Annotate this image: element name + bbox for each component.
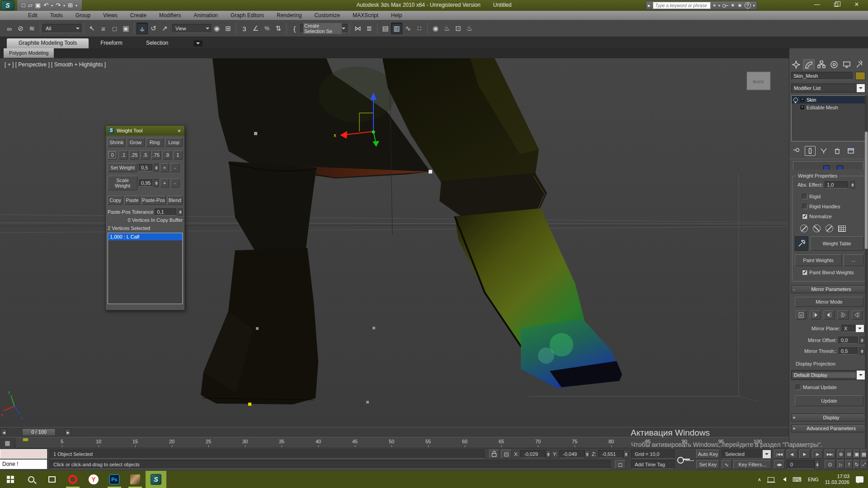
named-selection-sets-icon[interactable]: {: [289, 23, 300, 34]
communication-center-icon[interactable]: ✶: [731, 2, 735, 9]
z-coordinate-field[interactable]: -0,551: [598, 450, 623, 458]
modifier-list-dropdown[interactable]: Modifier List: [791, 84, 865, 93]
curve-editor-icon[interactable]: ∿: [402, 23, 414, 34]
favorites-star-icon[interactable]: ★: [737, 2, 742, 9]
tab-create-icon[interactable]: [790, 59, 802, 70]
render-production-icon[interactable]: ♨: [464, 23, 475, 34]
weight-minus-button[interactable]: -: [170, 163, 179, 172]
align-icon[interactable]: ≣: [363, 23, 375, 34]
weight-preset-09-button[interactable]: .9: [162, 150, 172, 160]
mirror-icon[interactable]: ⋈: [352, 23, 363, 34]
window-crossing-icon[interactable]: ▣: [120, 23, 132, 34]
y-spinner[interactable]: [585, 450, 590, 458]
speaker-icon[interactable]: [781, 477, 786, 482]
menu-customize[interactable]: Customize: [308, 11, 346, 20]
menu-create[interactable]: Create: [124, 11, 153, 20]
scale-weight-field[interactable]: 0,95: [139, 179, 152, 187]
tab-hierarchy-icon[interactable]: [816, 59, 827, 70]
search-options-dropdown-icon[interactable]: ▾: [718, 4, 720, 8]
weight-preset-01-button[interactable]: .1: [118, 150, 128, 160]
paste-button[interactable]: Paste: [124, 196, 140, 205]
keyboard-icon[interactable]: ⌨: [793, 476, 802, 483]
panel-polygon-modeling[interactable]: Polygon Modeling: [4, 48, 54, 58]
tab-freeform[interactable]: Freeform: [89, 38, 134, 48]
search-go-icon[interactable]: ▸: [648, 2, 651, 9]
taskbar-photoshop[interactable]: Ps: [104, 471, 125, 488]
viewcube-back-face[interactable]: BACK: [753, 80, 764, 84]
pan-view-button[interactable]: ▷: [837, 460, 844, 469]
mirror-parameters-header[interactable]: - Mirror Parameters: [791, 285, 866, 293]
weight-preset-0-button[interactable]: 0: [108, 150, 117, 160]
time-slider-prev-icon[interactable]: ◀: [1, 429, 7, 436]
select-and-move-icon[interactable]: ↔↕: [137, 23, 148, 34]
reference-coordinate-dropdown[interactable]: View: [172, 24, 211, 33]
select-object-icon[interactable]: ↖: [86, 23, 98, 34]
next-frame-button[interactable]: |▶: [812, 450, 823, 459]
advanced-parameters-rollout-header[interactable]: + Advanced Parameters: [791, 424, 866, 432]
set-weight-spinner[interactable]: [154, 164, 159, 172]
unlink-selection-icon[interactable]: ⊘: [15, 23, 26, 34]
blend-button[interactable]: Blend: [167, 196, 183, 205]
character-left-leg[interactable]: [201, 58, 430, 404]
named-sets-combo[interactable]: Create Selection Se: [300, 24, 347, 33]
update-button[interactable]: Update: [795, 395, 863, 406]
add-time-tag[interactable]: Add Time Tag: [631, 460, 675, 469]
taskbar-3ds-max-active[interactable]: S: [146, 471, 166, 488]
selection-set-dropdown[interactable]: Selected: [722, 450, 771, 459]
absolute-mode-toggle[interactable]: ⊡: [501, 450, 512, 459]
scale-weight-button[interactable]: Scale Weight: [108, 176, 137, 190]
language-indicator[interactable]: ENG: [808, 477, 819, 482]
paste-pos-tolerance-field[interactable]: 0,1: [155, 208, 176, 216]
select-and-scale-icon[interactable]: ↗: [159, 23, 170, 34]
close-button[interactable]: ×: [849, 0, 864, 10]
manual-update-checkbox[interactable]: [796, 385, 801, 390]
select-excluded-verts-icon[interactable]: [826, 225, 833, 232]
tray-chevron-icon[interactable]: ∧: [758, 477, 761, 483]
scale-weight-spinner[interactable]: [154, 179, 159, 187]
exclude-selected-verts-icon[interactable]: [800, 225, 808, 232]
frame-marker[interactable]: [23, 438, 28, 441]
search-input[interactable]: [653, 2, 711, 9]
search-binoculars-icon[interactable]: ⌖: [713, 2, 716, 9]
zoom-extents-button[interactable]: ▣: [854, 450, 860, 459]
tab-modify-icon[interactable]: [803, 59, 815, 70]
undo-icon[interactable]: ↶: [43, 0, 48, 10]
mirror-plane-dropdown[interactable]: X: [842, 325, 864, 332]
ribbon-minimize-button[interactable]: [193, 40, 203, 47]
weight-table-button[interactable]: Weight Table: [810, 236, 863, 251]
scrollbar-thumb[interactable]: [865, 131, 868, 249]
envelope-icon[interactable]: [837, 165, 843, 169]
paste-green-to-blue-verts-icon[interactable]: [838, 310, 849, 319]
zoom-extents-all-button[interactable]: ▦: [861, 450, 867, 459]
object-color-swatch[interactable]: [855, 72, 865, 80]
grow-button[interactable]: Grow: [127, 138, 144, 147]
spinner-snap-icon[interactable]: ⇅: [273, 23, 284, 34]
mirror-offset-spinner[interactable]: [859, 337, 864, 344]
tab-graphite-modeling-tools[interactable]: Graphite Modeling Tools: [7, 38, 89, 48]
help-icon[interactable]: ?: [745, 2, 751, 9]
network-icon[interactable]: [768, 477, 774, 482]
percent-snap-icon[interactable]: %: [261, 23, 273, 34]
walk-through-button[interactable]: ‼: [845, 460, 853, 469]
weight-preset-1-button[interactable]: 1: [173, 150, 183, 160]
redo-dropdown-icon[interactable]: ▾: [63, 4, 65, 8]
rendered-frame-window-icon[interactable]: ⊡: [453, 23, 464, 34]
new-file-icon[interactable]: □: [22, 0, 25, 10]
loop-button[interactable]: Loop: [165, 138, 183, 147]
tray-clock[interactable]: 17:03 11.03.2026: [825, 474, 849, 485]
layer-manager-icon[interactable]: ▤: [380, 23, 391, 34]
menu-views[interactable]: Views: [97, 11, 124, 20]
weight-preset-075-button[interactable]: .75: [151, 150, 161, 160]
action-center-icon[interactable]: [856, 476, 863, 483]
maximize-viewport-toggle[interactable]: ⤢: [861, 460, 867, 469]
taskbar-image-app[interactable]: [125, 471, 146, 488]
menu-edit[interactable]: Edit: [22, 11, 44, 20]
pin-stack-icon[interactable]: [791, 146, 802, 156]
scale-plus-button[interactable]: +: [160, 178, 169, 188]
render-setup-icon[interactable]: ♨: [441, 23, 453, 34]
menu-modifiers[interactable]: Modifiers: [153, 11, 188, 20]
paste-blue-to-green-bones-icon[interactable]: [824, 310, 835, 319]
viewcube[interactable]: BACK: [747, 72, 770, 90]
menu-maxscript[interactable]: MAXScript: [346, 11, 385, 20]
select-and-rotate-icon[interactable]: ↺: [148, 23, 159, 34]
